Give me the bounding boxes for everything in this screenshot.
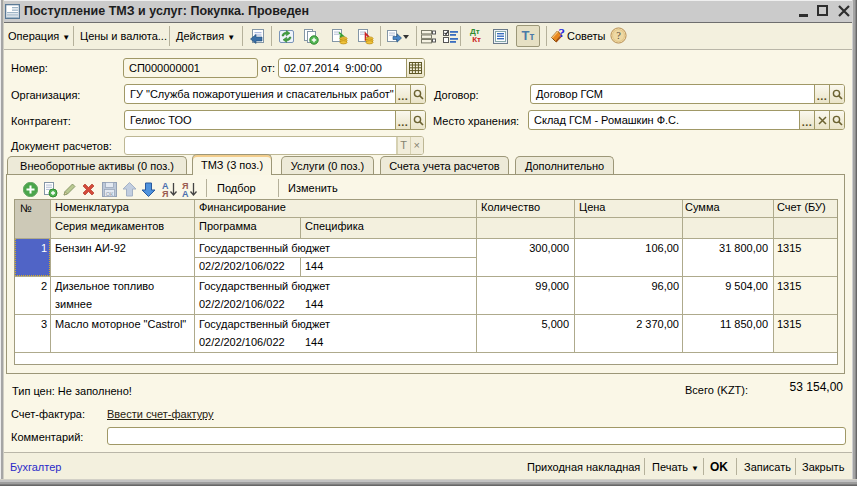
svg-text:Я: Я [162,189,168,198]
svg-text:?: ? [616,30,621,41]
svg-text:А: А [182,189,189,198]
svg-text:ОК: ОК [106,191,114,197]
svg-text:?: ? [559,25,566,40]
